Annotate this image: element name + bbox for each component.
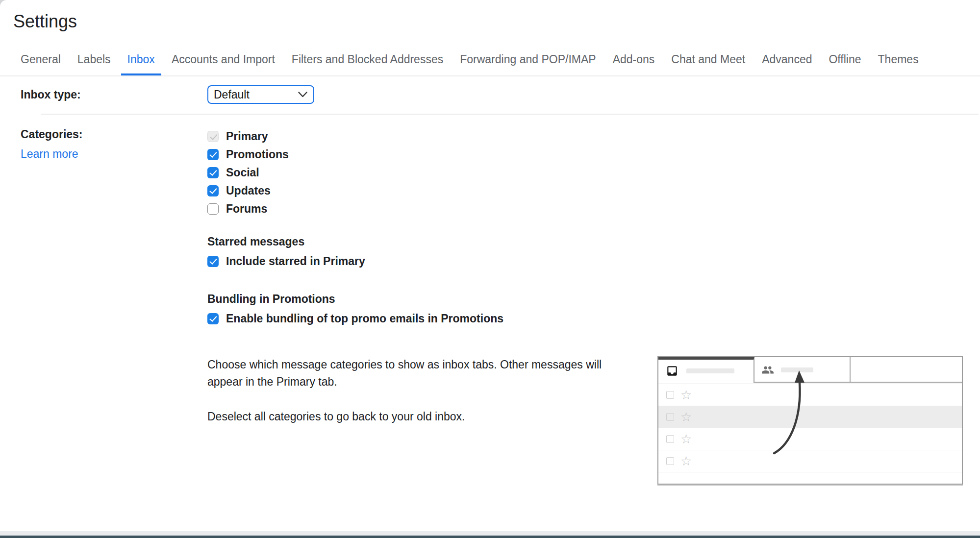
tab-label-placeholder — [781, 367, 813, 372]
description-paragraph-2: Deselect all categories to go back to yo… — [207, 408, 639, 425]
illustration-primary-tab — [658, 357, 754, 383]
social-checkbox-label: Social — [226, 166, 259, 179]
tab-inbox[interactable]: Inbox — [121, 53, 161, 75]
star-icon: ☆ — [680, 455, 692, 467]
category-options-list: PrimaryPromotionsSocialUpdatesForums — [207, 127, 963, 218]
primary-checkbox — [207, 131, 219, 142]
promotions-checkbox-label: Promotions — [226, 148, 289, 161]
inbox-type-row: Inbox type: Default — [21, 76, 980, 114]
settings-tab-bar: GeneralLabelsInboxAccounts and ImportFil… — [14, 53, 960, 75]
enable-bundling-checkbox[interactable] — [207, 313, 219, 324]
people-icon — [761, 364, 774, 376]
tab-advanced[interactable]: Advanced — [755, 53, 818, 75]
starred-messages-heading: Starred messages — [207, 235, 963, 248]
description-paragraph-1: Choose which message categories to show … — [207, 356, 639, 391]
window-bottom-strip — [0, 531, 980, 536]
forums-checkbox-label: Forums — [226, 202, 267, 216]
tab-labels[interactable]: Labels — [71, 53, 117, 75]
inbox-icon — [666, 365, 678, 377]
illustration-email-row: ☆ — [658, 450, 962, 472]
tab-add-ons[interactable]: Add-ons — [606, 53, 661, 75]
chevron-down-icon — [298, 92, 307, 98]
tab-chat-and-meet[interactable]: Chat and Meet — [665, 53, 752, 75]
tab-label-placeholder — [686, 368, 734, 373]
category-option-forums: Forums — [207, 200, 963, 218]
illustration-email-row: ☆ — [658, 428, 962, 450]
star-icon: ☆ — [680, 389, 692, 401]
enable-bundling-label: Enable bundling of top promo emails in P… — [226, 312, 503, 325]
illustration-email-row: ☆ — [658, 406, 962, 428]
category-option-updates: Updates — [207, 182, 963, 200]
page-title: Settings — [13, 12, 980, 31]
updates-checkbox-label: Updates — [226, 184, 271, 197]
tab-offline[interactable]: Offline — [822, 53, 867, 75]
illustration-social-tab — [754, 357, 851, 383]
starred-messages-section: Starred messages Include starred in Prim… — [207, 235, 963, 270]
row-checkbox — [666, 391, 674, 399]
gmail-settings-page: Settings GeneralLabelsInboxAccounts and … — [0, 0, 980, 538]
bundling-section: Bundling in Promotions Enable bundling o… — [207, 292, 963, 328]
include-starred-option: Include starred in Primary — [207, 252, 963, 270]
settings-header: Settings — [0, 0, 980, 31]
settings-main: Inbox type: Default Categories: Learn mo… — [0, 76, 980, 485]
tab-themes[interactable]: Themes — [872, 53, 925, 75]
include-starred-checkbox[interactable] — [207, 256, 219, 267]
illustration-tab-bar — [658, 357, 962, 383]
primary-checkbox-label: Primary — [226, 130, 268, 143]
updates-checkbox[interactable] — [207, 185, 219, 196]
star-icon: ☆ — [680, 433, 692, 445]
category-option-social: Social — [207, 164, 963, 182]
inbox-tabs-illustration: ☆☆☆☆ — [657, 356, 963, 485]
tab-forwarding-and-pop-imap[interactable]: Forwarding and POP/IMAP — [453, 53, 602, 75]
bundling-heading: Bundling in Promotions — [207, 292, 963, 306]
tab-accounts-and-import[interactable]: Accounts and Import — [165, 53, 281, 75]
category-option-promotions: Promotions — [207, 146, 963, 164]
enable-bundling-option: Enable bundling of top promo emails in P… — [207, 310, 963, 328]
row-checkbox — [666, 413, 674, 421]
description-block: Choose which message categories to show … — [207, 356, 963, 485]
illustration-email-rows: ☆☆☆☆ — [658, 384, 962, 472]
learn-more-link[interactable]: Learn more — [21, 147, 78, 161]
promotions-checkbox[interactable] — [207, 149, 219, 160]
tab-general[interactable]: General — [14, 53, 67, 75]
inbox-type-select[interactable]: Default — [207, 85, 314, 104]
categories-row: Categories: Learn more PrimaryPromotions… — [21, 115, 980, 485]
category-option-primary: Primary — [207, 127, 963, 146]
row-checkbox — [666, 457, 674, 465]
row-checkbox — [666, 435, 674, 443]
include-starred-label: Include starred in Primary — [226, 255, 365, 268]
window-bottom-line — [0, 536, 980, 538]
star-icon: ☆ — [680, 411, 692, 423]
forums-checkbox[interactable] — [207, 203, 219, 215]
inbox-type-selected-value: Default — [214, 88, 250, 101]
categories-label: Categories: — [21, 127, 207, 141]
social-checkbox[interactable] — [207, 167, 219, 178]
tab-filters-and-blocked-addresses[interactable]: Filters and Blocked Addresses — [285, 53, 450, 75]
illustration-email-row: ☆ — [658, 384, 962, 406]
inbox-type-label: Inbox type: — [21, 88, 81, 101]
